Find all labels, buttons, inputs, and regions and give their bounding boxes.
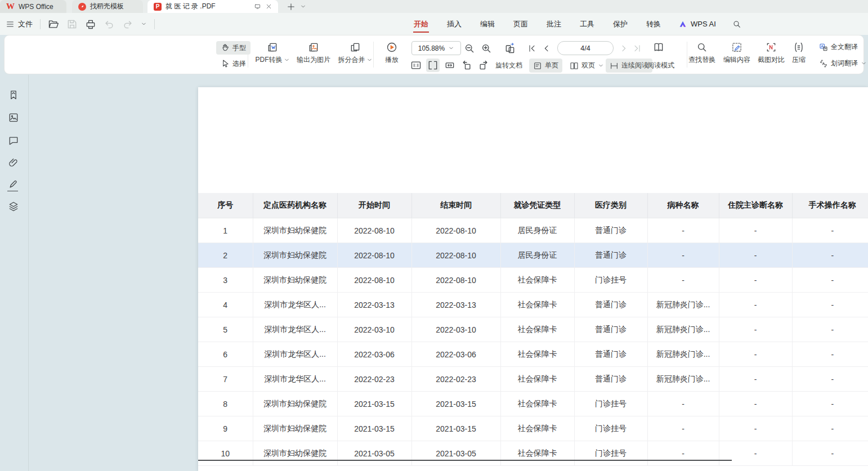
tab-docer-templates[interactable]: 找稻壳模板 — [72, 0, 143, 13]
attachment-panel-button[interactable] — [7, 156, 20, 169]
menu-protect[interactable]: 保护 — [612, 13, 629, 35]
bookmark-panel-button[interactable] — [7, 88, 20, 102]
quick-access-toolbar: 文件 — [6, 13, 155, 35]
column-header: 结束时间 — [411, 193, 500, 218]
file-menu-button[interactable]: 文件 — [6, 19, 33, 29]
double-page-button[interactable]: 双页 — [566, 59, 608, 73]
last-page-button[interactable] — [630, 42, 644, 55]
continuous-read-button[interactable]: 连续阅读 — [606, 59, 652, 73]
table-cell: 普通门诊 — [574, 367, 647, 392]
table-cell: 2022-08-10 — [337, 268, 411, 293]
table-cell: 2021-03-05 — [337, 441, 411, 466]
actual-size-button[interactable] — [409, 59, 423, 72]
table-cell: 社会保障卡 — [500, 342, 574, 367]
next-page-button[interactable] — [617, 42, 630, 55]
menu-annotate[interactable]: 批注 — [545, 13, 562, 35]
compress-icon — [793, 42, 804, 53]
rotate-right-button[interactable] — [477, 59, 490, 72]
select-tool-button[interactable]: 选择 — [216, 57, 250, 70]
previous-page-button[interactable] — [540, 42, 553, 55]
zoom-in-button[interactable] — [480, 42, 493, 55]
document-side-panel — [0, 75, 29, 471]
table-cell: - — [719, 416, 792, 441]
save-button[interactable] — [66, 19, 78, 30]
menu-convert[interactable]: 转换 — [645, 13, 662, 35]
full-translate-button[interactable]: 全文翻译 — [819, 42, 858, 52]
table-cell: - — [647, 243, 719, 268]
column-header: 序号 — [198, 193, 253, 218]
wps-ai-button[interactable]: WPS AI — [678, 20, 716, 29]
chevron-down-icon — [861, 60, 867, 66]
table-cell: 9 — [198, 416, 253, 441]
single-page-button[interactable]: 单页 — [529, 59, 562, 73]
first-page-button[interactable] — [525, 42, 539, 55]
menu-tools[interactable]: 工具 — [579, 13, 596, 35]
menu-search-button[interactable] — [732, 20, 741, 29]
rotate-left-button[interactable] — [460, 59, 473, 72]
redo-button[interactable] — [122, 19, 133, 30]
menu-insert[interactable]: 插入 — [446, 13, 463, 35]
table-row: 2深圳市妇幼保健院2022-08-102022-08-10居民身份证普通门诊--… — [198, 243, 868, 268]
thumbnail-panel-button[interactable] — [7, 111, 20, 124]
read-mode-label[interactable]: 阅读模式 — [647, 59, 674, 73]
tab-wps-home[interactable]: W WPS Office — [0, 0, 66, 13]
tab-document[interactable]: P 就 医 记 录 .PDF — [147, 0, 278, 13]
read-mode-button[interactable] — [652, 41, 665, 54]
table-row: 6深圳市龙华区人...2022-03-062022-03-06社会保障卡普通门诊… — [198, 342, 868, 367]
table-cell: 普通门诊 — [574, 243, 647, 268]
menu-page[interactable]: 页面 — [512, 13, 529, 35]
zoom-level-select[interactable]: 105.88% — [411, 41, 461, 55]
comment-icon — [8, 135, 19, 146]
swap-pages-button[interactable] — [503, 42, 517, 55]
table-cell: 新冠肺炎门诊... — [647, 367, 719, 392]
table-cell: 普通门诊 — [574, 342, 647, 367]
export-image-icon — [308, 42, 319, 53]
table-cell: - — [647, 218, 719, 243]
layers-panel-button[interactable] — [7, 200, 20, 213]
export-image-button[interactable]: 输出为图片 — [292, 42, 335, 65]
page-number-input[interactable]: 4/4 — [557, 41, 614, 55]
menu-edit[interactable]: 编辑 — [479, 13, 496, 35]
print-button[interactable] — [85, 19, 96, 30]
fit-page-button[interactable] — [443, 59, 457, 72]
table-cell: 5 — [198, 317, 253, 342]
cursor-icon — [221, 59, 230, 68]
column-header: 手术操作名称 — [792, 193, 868, 218]
fit-width-button[interactable] — [426, 59, 440, 72]
table-cell: 社会保障卡 — [500, 367, 574, 392]
quick-access-chevron-icon[interactable] — [141, 21, 147, 27]
column-header: 病种名称 — [647, 193, 719, 218]
table-cell: 2022-03-06 — [337, 342, 411, 367]
double-page-icon — [570, 61, 579, 70]
comment-panel-button[interactable] — [7, 134, 20, 147]
table-cell: 2022-08-10 — [411, 218, 500, 243]
word-translate-button[interactable]: 划词翻译 — [819, 59, 867, 68]
table-cell: 2022-08-10 — [411, 268, 500, 293]
hand-tool-button[interactable]: 手型 — [216, 41, 250, 55]
open-file-button[interactable] — [48, 19, 59, 30]
table-cell: - — [719, 342, 792, 367]
monitor-icon[interactable] — [254, 3, 261, 10]
rotate-document-label[interactable]: 旋转文档 — [495, 59, 522, 73]
undo-button[interactable] — [104, 19, 115, 30]
table-cell: 新冠肺炎门诊... — [647, 317, 719, 342]
zoom-out-button[interactable] — [463, 42, 476, 55]
table-cell: 6 — [198, 342, 253, 367]
table-cell: 居民身份证 — [500, 243, 574, 268]
compress-button[interactable]: 压缩 — [783, 42, 815, 65]
signature-panel-button[interactable] — [7, 177, 20, 191]
tab-list-chevron-icon[interactable] — [300, 0, 306, 13]
table-cell: 4 — [198, 293, 253, 317]
one-to-one-icon — [410, 60, 422, 71]
new-tab-button[interactable] — [287, 0, 296, 13]
play-button[interactable]: 播放 — [370, 42, 413, 65]
table-cell: - — [719, 268, 792, 293]
column-header: 住院主诊断名称 — [719, 193, 792, 218]
chevron-down-icon — [448, 45, 454, 51]
table-cell: 居民身份证 — [500, 218, 574, 243]
pdf-convert-button[interactable]: PDF转换 — [251, 42, 294, 65]
close-tab-icon[interactable] — [266, 3, 272, 10]
column-header: 就诊凭证类型 — [500, 193, 574, 218]
menu-home[interactable]: 开始 — [413, 13, 429, 35]
table-cell: - — [792, 218, 868, 243]
